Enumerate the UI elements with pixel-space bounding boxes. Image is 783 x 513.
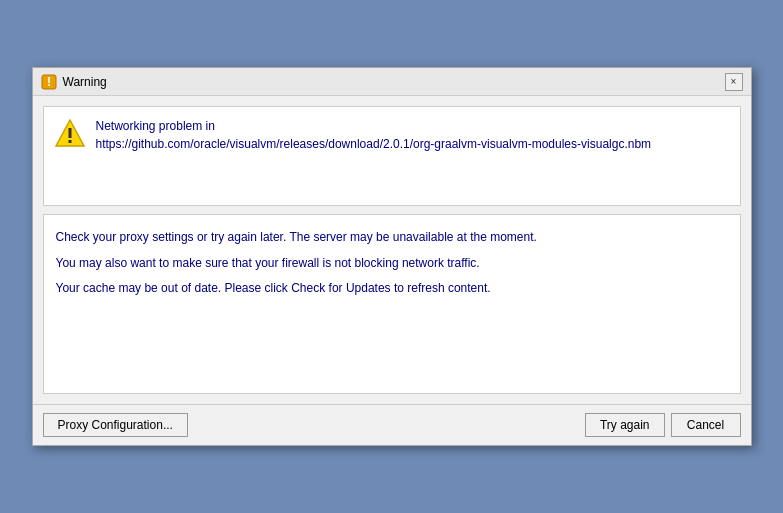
info-line1: Check your proxy settings or try again l… (56, 227, 728, 249)
dialog-body: Networking problem in https://github.com… (33, 96, 751, 404)
info-section: Check your proxy settings or try again l… (43, 214, 741, 394)
svg-rect-4 (68, 140, 71, 143)
error-line2: https://github.com/oracle/visualvm/relea… (96, 137, 652, 151)
app-icon: ! (41, 74, 57, 90)
error-line1: Networking problem in (96, 119, 215, 133)
close-button[interactable]: × (725, 73, 743, 91)
title-bar: ! Warning × (33, 68, 751, 96)
svg-rect-3 (68, 128, 71, 138)
svg-text:!: ! (47, 75, 51, 89)
proxy-config-button[interactable]: Proxy Configuration... (43, 413, 188, 437)
try-again-button[interactable]: Try again (585, 413, 665, 437)
error-message: Networking problem in https://github.com… (96, 117, 652, 153)
warning-icon (54, 117, 86, 149)
dialog-title: Warning (63, 75, 107, 89)
warning-dialog: ! Warning × Networking problem in https:… (32, 67, 752, 446)
button-bar-right: Try again Cancel (585, 413, 741, 437)
info-line2: You may also want to make sure that your… (56, 253, 728, 275)
cancel-button[interactable]: Cancel (671, 413, 741, 437)
button-bar: Proxy Configuration... Try again Cancel (33, 404, 751, 445)
info-text: Check your proxy settings or try again l… (56, 227, 728, 300)
title-bar-left: ! Warning (41, 74, 107, 90)
error-section: Networking problem in https://github.com… (43, 106, 741, 206)
info-line3: Your cache may be out of date. Please cl… (56, 278, 728, 300)
